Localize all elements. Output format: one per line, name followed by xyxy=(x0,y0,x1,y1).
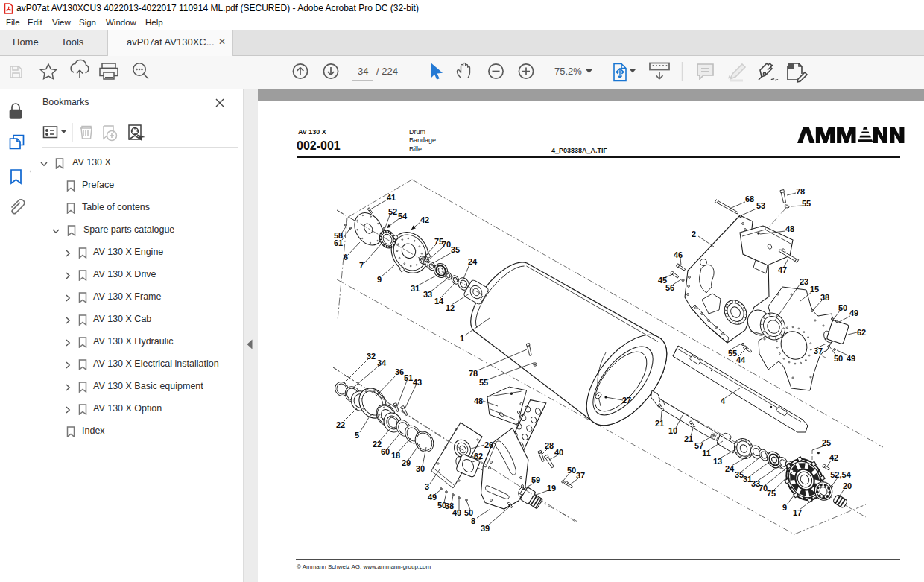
svg-text:49: 49 xyxy=(849,309,858,317)
svg-text:7: 7 xyxy=(359,261,364,270)
svg-text:6: 6 xyxy=(344,253,348,262)
svg-text:12: 12 xyxy=(446,303,455,312)
svg-text:34: 34 xyxy=(377,358,387,367)
svg-text:33: 33 xyxy=(423,290,432,299)
svg-text:2: 2 xyxy=(692,230,696,238)
svg-text:10: 10 xyxy=(668,426,677,435)
svg-text:49: 49 xyxy=(428,493,437,502)
svg-text:50: 50 xyxy=(834,354,843,363)
svg-text:42: 42 xyxy=(829,453,838,462)
svg-text:30: 30 xyxy=(416,464,425,473)
svg-text:54: 54 xyxy=(398,212,408,221)
svg-text:78: 78 xyxy=(469,369,478,378)
svg-text:78: 78 xyxy=(796,187,805,196)
svg-text:75: 75 xyxy=(767,489,776,498)
svg-text:4: 4 xyxy=(721,396,726,405)
svg-text:38: 38 xyxy=(820,293,829,302)
svg-text:1: 1 xyxy=(460,334,464,343)
svg-text:59: 59 xyxy=(531,475,540,484)
svg-text:25: 25 xyxy=(822,438,831,447)
svg-text:15: 15 xyxy=(810,285,819,294)
svg-text:27: 27 xyxy=(622,396,631,405)
svg-text:28: 28 xyxy=(545,441,554,450)
svg-text:3: 3 xyxy=(425,482,429,491)
svg-text:36: 36 xyxy=(395,367,404,376)
svg-text:50: 50 xyxy=(567,466,576,475)
svg-text:42: 42 xyxy=(420,215,429,224)
svg-text:53: 53 xyxy=(756,201,765,210)
svg-text:9: 9 xyxy=(782,503,787,512)
svg-text:50: 50 xyxy=(838,303,847,312)
svg-text:43: 43 xyxy=(413,378,422,387)
svg-text:24: 24 xyxy=(468,257,478,266)
svg-text:32: 32 xyxy=(367,352,376,361)
svg-text:31: 31 xyxy=(411,284,420,293)
svg-text:41: 41 xyxy=(387,193,396,202)
svg-text:55: 55 xyxy=(802,199,811,208)
svg-text:56: 56 xyxy=(665,283,674,292)
svg-text:48: 48 xyxy=(785,224,794,233)
svg-text:49: 49 xyxy=(847,354,855,363)
svg-text:39: 39 xyxy=(481,524,490,533)
svg-text:60: 60 xyxy=(381,447,390,456)
svg-text:5: 5 xyxy=(355,431,359,440)
svg-text:44: 44 xyxy=(736,355,746,364)
svg-text:14: 14 xyxy=(434,297,444,306)
svg-text:48: 48 xyxy=(474,396,483,405)
svg-text:55: 55 xyxy=(479,378,488,387)
svg-text:49: 49 xyxy=(452,508,461,517)
svg-text:51: 51 xyxy=(404,373,413,382)
svg-text:21: 21 xyxy=(684,434,693,443)
svg-text:37: 37 xyxy=(814,347,823,355)
svg-text:24: 24 xyxy=(725,464,735,473)
svg-text:22: 22 xyxy=(336,420,345,429)
svg-text:20: 20 xyxy=(843,481,852,490)
svg-text:21: 21 xyxy=(655,419,664,428)
svg-text:52,54: 52,54 xyxy=(830,470,851,479)
svg-text:61: 61 xyxy=(334,238,343,247)
svg-text:23: 23 xyxy=(800,277,808,286)
svg-text:37: 37 xyxy=(576,471,585,480)
svg-text:40: 40 xyxy=(554,448,563,457)
svg-text:62: 62 xyxy=(857,328,866,337)
svg-text:17: 17 xyxy=(793,508,802,517)
svg-text:19: 19 xyxy=(547,484,556,493)
svg-text:© Ammann Schweiz AG, www.amman: © Ammann Schweiz AG, www.ammann-group.co… xyxy=(297,563,431,570)
svg-text:46: 46 xyxy=(674,250,683,259)
svg-text:11: 11 xyxy=(702,449,711,458)
svg-text:52: 52 xyxy=(388,207,397,216)
svg-text:13: 13 xyxy=(713,457,722,466)
svg-text:9: 9 xyxy=(377,275,382,284)
svg-text:8: 8 xyxy=(471,516,475,525)
svg-text:70: 70 xyxy=(442,240,451,249)
svg-text:62: 62 xyxy=(474,452,483,461)
svg-text:35: 35 xyxy=(451,245,460,254)
svg-text:47: 47 xyxy=(778,265,787,274)
svg-text:29: 29 xyxy=(402,458,411,467)
svg-text:26: 26 xyxy=(484,440,493,449)
svg-text:68: 68 xyxy=(745,194,754,203)
svg-text:18: 18 xyxy=(391,451,400,460)
